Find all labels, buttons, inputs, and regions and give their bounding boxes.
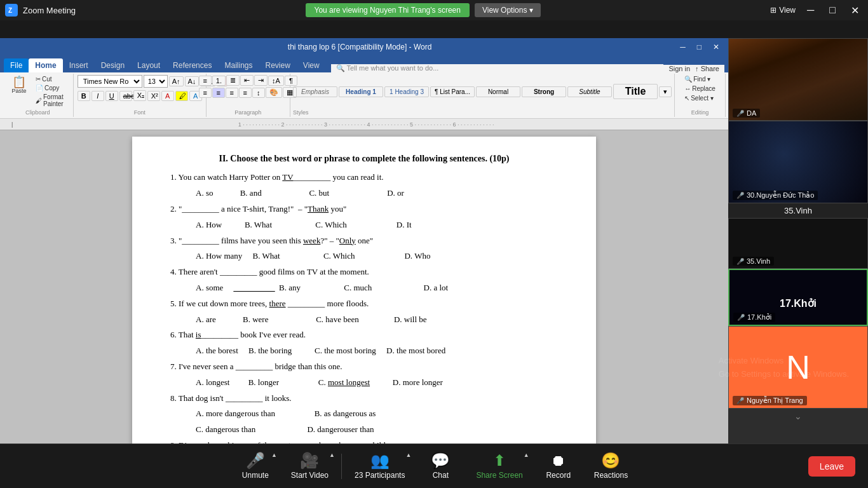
- underline-button[interactable]: U: [105, 91, 118, 101]
- select-button[interactable]: ↖ Select ▾: [682, 94, 718, 102]
- participants-icon: 👥: [370, 453, 390, 468]
- shading-button[interactable]: 🎨: [266, 87, 282, 98]
- text-color-button[interactable]: A: [161, 91, 174, 101]
- unmute-arrow: ▲: [271, 452, 277, 458]
- vinh-label: 🎤 35.Vinh: [733, 257, 774, 266]
- grow-font-button[interactable]: A↑: [169, 76, 184, 86]
- video-icon: 🎥: [300, 453, 319, 468]
- cut-button[interactable]: ✂ Cut: [33, 75, 69, 83]
- document-scroll-area[interactable]: II. Choose the best word or phrase to co…: [0, 130, 728, 444]
- app-title: Zoom Meeting: [23, 6, 76, 15]
- question-3: 3. "_________ films have you seen this w…: [170, 234, 558, 248]
- replace-button[interactable]: ↔ Replace: [682, 85, 718, 93]
- thao-mic-icon: 🎤: [736, 192, 744, 199]
- question-9: 9. Disney channel is one of the most ___…: [170, 439, 558, 444]
- tab-mailings[interactable]: Mailings: [218, 58, 259, 72]
- question-6: 6. That is_________ book I've ever read.: [170, 329, 558, 342]
- view-options-button[interactable]: View Options ▾: [475, 3, 541, 17]
- style-strong[interactable]: Strong: [522, 86, 566, 97]
- word-minimize[interactable]: ─: [676, 42, 689, 52]
- style-list-para[interactable]: ¶ List Para...: [430, 86, 475, 97]
- khoi-mic-icon: 🎤: [737, 314, 745, 321]
- vinh-name-bar: 35.Vinh: [728, 203, 868, 218]
- participants-button[interactable]: ▲ 👥 23 Participants: [344, 449, 415, 484]
- question-4: 4. There aren't _________ good films on …: [170, 266, 558, 279]
- numbering-button[interactable]: 1.: [212, 76, 226, 86]
- question-1: 1. You can watch Harry Potter on TV_____…: [170, 171, 558, 184]
- styles-scroll-button[interactable]: ▾: [659, 86, 672, 97]
- style-normal[interactable]: Normal: [476, 86, 520, 97]
- multilevel-button[interactable]: ≣: [226, 75, 240, 86]
- question-7: 7. I've never seen a _________ bridge th…: [170, 360, 558, 374]
- italic-button[interactable]: I: [92, 91, 104, 101]
- style-emphasis[interactable]: Emphasis: [293, 86, 337, 97]
- style-heading3[interactable]: 1 Heading 3: [384, 86, 429, 97]
- reactions-button[interactable]: 😊 Reactions: [584, 449, 638, 484]
- clipboard-group: 📋 Paste ✂ Cut 📄 Copy 🖌 Format Painter Cl…: [3, 74, 74, 117]
- decrease-indent-button[interactable]: ⇤: [240, 75, 254, 86]
- increase-indent-button[interactable]: ⇥: [254, 75, 268, 86]
- reactions-icon: 😊: [601, 453, 620, 468]
- word-restore[interactable]: □: [693, 42, 705, 52]
- superscript-button[interactable]: X²: [147, 91, 160, 101]
- chat-icon: 💬: [431, 453, 450, 468]
- subscript-button[interactable]: X₂: [133, 90, 146, 101]
- record-icon: ⏺: [551, 453, 566, 468]
- unmute-label: Unmute: [242, 471, 269, 480]
- maximize-button[interactable]: □: [825, 3, 839, 17]
- title-bar-left: Z Zoom Meeting: [5, 4, 76, 17]
- da-mic-icon: 🎤: [736, 110, 744, 117]
- align-center-button[interactable]: ≡: [212, 88, 225, 98]
- chat-button[interactable]: 💬 Chat: [415, 449, 466, 484]
- participant-vinh: 🎤 35.Vinh: [728, 218, 868, 269]
- video-arrow: ▲: [329, 452, 335, 458]
- align-left-button[interactable]: ≡: [199, 88, 212, 98]
- video-button[interactable]: ▲ 🎥 Start Video: [281, 449, 339, 484]
- font-family-select[interactable]: Times New Ro: [78, 75, 142, 88]
- record-button[interactable]: ⏺ Record: [533, 449, 584, 484]
- share-screen-button[interactable]: ▲ ⬆ Share Screen: [466, 449, 532, 484]
- strikethrough-button[interactable]: abc: [119, 91, 132, 101]
- tab-references[interactable]: References: [166, 58, 218, 72]
- title-bar: Z Zoom Meeting You are viewing Nguyen Th…: [0, 0, 868, 20]
- vinh-mic-icon: 🎤: [736, 258, 744, 265]
- word-close[interactable]: ✕: [709, 42, 723, 52]
- copy-button[interactable]: 📄 Copy: [33, 84, 69, 92]
- tab-home[interactable]: Home: [29, 58, 62, 72]
- scroll-down-indicator[interactable]: ⌄: [728, 409, 868, 424]
- unmute-button[interactable]: ▲ 🎤 Unmute: [230, 449, 281, 484]
- tab-layout[interactable]: Layout: [131, 58, 166, 72]
- ribbon-tabs: File Home Insert Design Layout Reference…: [0, 56, 728, 72]
- sort-button[interactable]: ↕A: [268, 76, 284, 86]
- font-size-select[interactable]: 13: [144, 75, 168, 88]
- justify-button[interactable]: ≡: [239, 88, 252, 98]
- tab-insert[interactable]: Insert: [63, 58, 95, 72]
- participants-arrow: ▲: [405, 452, 411, 458]
- minimize-button[interactable]: ─: [803, 3, 818, 17]
- style-subtitle[interactable]: Subtitle: [567, 86, 612, 97]
- style-title[interactable]: Title: [613, 84, 658, 99]
- bullets-button[interactable]: ≡: [199, 76, 212, 86]
- word-titlebar: thi thang lop 6 [Compatibility Mode] - W…: [0, 38, 728, 56]
- question-2: 2. "_________ a nice T-shirt, Trang!" – …: [170, 203, 558, 216]
- bold-button[interactable]: B: [78, 91, 90, 101]
- align-right-button[interactable]: ≡: [226, 88, 238, 98]
- line-spacing-button[interactable]: ↕: [252, 88, 265, 98]
- tab-file[interactable]: File: [4, 58, 29, 72]
- view-button[interactable]: ⊞View: [770, 6, 796, 15]
- styles-group: Emphasis Heading 1 1 Heading 3 ¶ List Pa…: [290, 74, 675, 117]
- paste-button[interactable]: 📋 Paste: [6, 75, 32, 95]
- participant-khoi: 17.Khởi 🎤 17.Khởi: [728, 269, 868, 326]
- close-button[interactable]: ✕: [847, 3, 863, 18]
- highlight-button[interactable]: 🖊: [175, 91, 188, 101]
- find-button[interactable]: 🔍 Find ▾: [682, 75, 718, 83]
- style-heading1[interactable]: Heading 1: [339, 86, 383, 97]
- format-painter-button[interactable]: 🖌 Format Painter: [33, 93, 69, 108]
- video-label: Start Video: [291, 471, 329, 480]
- tab-view[interactable]: View: [297, 58, 326, 72]
- tab-design[interactable]: Design: [95, 58, 131, 72]
- shrink-font-button[interactable]: A↓: [185, 76, 200, 86]
- tab-review[interactable]: Review: [259, 58, 296, 72]
- word-ribbon: 📋 Paste ✂ Cut 📄 Copy 🖌 Format Painter Cl…: [0, 72, 728, 119]
- leave-button[interactable]: Leave: [808, 456, 855, 477]
